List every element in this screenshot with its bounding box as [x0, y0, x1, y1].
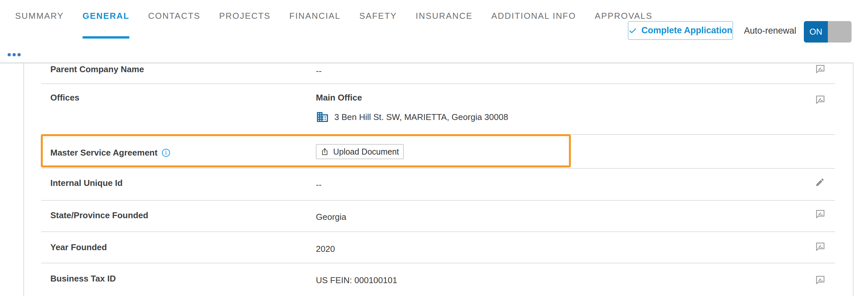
tab-projects[interactable]: PROJECTS [219, 0, 271, 38]
tab-safety[interactable]: SAFETY [359, 0, 397, 38]
vendor-general-page: SUMMARY GENERAL CONTACTS PROJECTS FINANC… [0, 0, 868, 296]
tab-insurance[interactable]: INSURANCE [415, 0, 472, 38]
tab-additional-info[interactable]: ADDITIONAL INFO [491, 0, 576, 38]
field-label: State/Province Founded [50, 210, 148, 221]
field-row-year-founded: Year Founded 2020 [41, 232, 835, 263]
toggle-on-label: ON [804, 21, 828, 43]
tab-bar: SUMMARY GENERAL CONTACTS PROJECTS FINANC… [15, 0, 652, 38]
office-value: Main Office 3 Ben Hill St. SW, MARIETTA,… [316, 92, 508, 124]
field-value: Georgia [316, 211, 346, 222]
field-label: Internal Unique Id [50, 177, 123, 189]
info-icon[interactable] [161, 148, 170, 157]
tab-general[interactable]: GENERAL [83, 0, 130, 38]
upload-document-button[interactable]: Upload Document [316, 144, 404, 159]
field-value: -- [316, 65, 321, 77]
field-value: 2020 [316, 243, 335, 254]
office-address: 3 Ben Hill St. SW, MARIETTA, Georgia 300… [316, 110, 508, 124]
rate-review-icon[interactable] [815, 63, 826, 75]
field-row-parent-company-name: Parent Company Name -- [41, 63, 835, 84]
field-row-business-tax-id: Business Tax ID US FEIN: 000100101 [41, 263, 835, 296]
upload-document-label: Upload Document [333, 147, 399, 157]
tab-financial[interactable]: FINANCIAL [289, 0, 341, 38]
building-icon [316, 110, 329, 124]
field-value: US FEIN: 000100101 [316, 275, 397, 286]
tab-summary[interactable]: SUMMARY [15, 0, 64, 38]
field-row-state-province-founded: State/Province Founded Georgia [41, 201, 835, 232]
office-name: Main Office [316, 92, 508, 103]
check-icon [628, 26, 637, 35]
right-panel-border [853, 63, 854, 296]
auto-renewal-toggle[interactable]: ON [804, 21, 851, 43]
tab-contacts[interactable]: CONTACTS [148, 0, 200, 38]
rate-review-icon[interactable] [815, 209, 826, 220]
field-row-internal-unique-id: Internal Unique Id -- [41, 169, 835, 201]
field-row-master-service-agreement: Master Service Agreement Upload Document [41, 135, 835, 169]
ellipsis-icon[interactable] [7, 53, 21, 56]
rate-review-icon[interactable] [815, 94, 826, 106]
left-panel-border [23, 63, 24, 296]
upload-icon [320, 147, 329, 156]
toggle-off-track [828, 21, 851, 43]
field-label: Parent Company Name [50, 63, 144, 75]
field-row-offices: Offices Main Office 3 Ben Hill St. SW, M… [41, 84, 835, 135]
rate-review-icon[interactable] [815, 241, 826, 252]
rate-review-icon[interactable] [815, 275, 826, 286]
complete-application-button[interactable]: Complete Application [628, 21, 733, 40]
field-label-text: Master Service Agreement [50, 147, 158, 158]
complete-application-label: Complete Application [641, 25, 733, 35]
field-label: Business Tax ID [50, 273, 116, 284]
field-label: Master Service Agreement [50, 147, 170, 158]
field-value: -- [316, 179, 321, 190]
edit-pencil-icon[interactable] [815, 177, 826, 189]
field-label: Year Founded [50, 242, 107, 253]
office-address-text: 3 Ben Hill St. SW, MARIETTA, Georgia 300… [334, 111, 508, 123]
field-label: Offices [50, 92, 79, 103]
auto-renewal-label: Auto-renewal [744, 25, 796, 36]
